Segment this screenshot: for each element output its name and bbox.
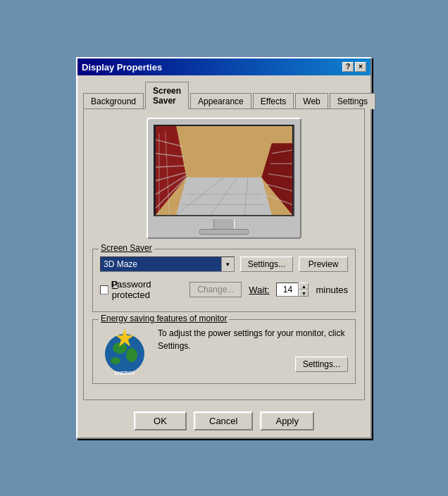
apply-button[interactable]: Apply	[260, 411, 314, 430]
monitor-stand	[199, 229, 249, 235]
screensaver-group-label: Screen Saver	[99, 243, 154, 253]
spinner-up-button[interactable]: ▲	[299, 283, 309, 290]
tab-web[interactable]: Web	[295, 93, 328, 109]
dialog-content: Background Screen Saver Appearance Effec…	[77, 75, 371, 406]
password-checkbox-area: PPassword protected	[100, 279, 182, 300]
monitor	[147, 118, 301, 239]
energy-group: Energy saving features of monitor	[92, 319, 356, 384]
title-bar: Display Properties ? ×	[77, 58, 371, 75]
password-label: PPassword protected	[112, 279, 183, 300]
energy-content: To adjust the power settings for your mo…	[158, 327, 348, 372]
energy-row: ENERGY To adjust the power settings for …	[100, 327, 348, 376]
close-button[interactable]: ×	[355, 62, 366, 72]
svg-text:ENERGY: ENERGY	[114, 371, 135, 376]
screensaver-preview	[155, 126, 293, 215]
tab-appearance[interactable]: Appearance	[190, 93, 251, 109]
dropdown-arrow-icon[interactable]: ▼	[221, 257, 234, 271]
title-bar-buttons: ? ×	[342, 62, 366, 72]
energy-bottom: Settings...	[158, 356, 348, 372]
screensaver-row: 3D Maze ▼ Settings... Preview	[100, 256, 348, 272]
energy-star-logo: ENERGY	[100, 327, 149, 376]
screensaver-settings-button[interactable]: Settings...	[240, 256, 293, 272]
energy-settings-button[interactable]: Settings...	[295, 356, 348, 372]
spinner-down-button[interactable]: ▼	[299, 290, 309, 297]
tab-effects[interactable]: Effects	[253, 93, 294, 109]
tab-background[interactable]: Background	[83, 93, 144, 109]
tabs-container: Background Screen Saver Appearance Effec…	[83, 81, 365, 108]
screensaver-dropdown[interactable]: 3D Maze ▼	[100, 256, 235, 272]
cancel-button[interactable]: Cancel	[194, 411, 253, 430]
ok-button[interactable]: OK	[134, 411, 187, 430]
wait-spinner: 14 ▲ ▼	[276, 283, 309, 297]
screensaver-group: Screen Saver 3D Maze ▼ Settings... Previ…	[92, 249, 356, 312]
energy-description: To adjust the power settings for your mo…	[158, 327, 348, 352]
svg-point-23	[113, 342, 127, 354]
wait-label: Wait:	[249, 285, 269, 295]
password-checkbox[interactable]	[100, 285, 108, 294]
password-row: PPassword protected Change... Wait: 14 ▲…	[100, 279, 348, 300]
minutes-label: minutes	[316, 285, 348, 295]
energy-group-label: Energy saving features of monitor	[99, 314, 229, 323]
monitor-base	[154, 219, 294, 235]
wait-value[interactable]: 14	[276, 283, 299, 297]
help-button[interactable]: ?	[342, 62, 354, 72]
screensaver-preview-button[interactable]: Preview	[299, 256, 348, 272]
svg-point-25	[111, 357, 120, 364]
tab-panel-screensaver: Screen Saver 3D Maze ▼ Settings... Previ…	[83, 108, 365, 400]
tab-screensaver[interactable]: Screen Saver	[145, 82, 189, 109]
dialog-footer: OK Cancel Apply	[77, 406, 371, 438]
change-password-button[interactable]: Change...	[189, 282, 242, 297]
monitor-screen	[154, 125, 294, 216]
spinner-buttons: ▲ ▼	[299, 283, 309, 297]
dialog-window: Display Properties ? × Background Screen…	[76, 57, 372, 439]
window-title: Display Properties	[82, 62, 162, 73]
monitor-preview	[92, 118, 356, 239]
svg-point-24	[126, 348, 137, 362]
monitor-neck	[213, 219, 235, 229]
tab-settings[interactable]: Settings	[330, 93, 375, 109]
